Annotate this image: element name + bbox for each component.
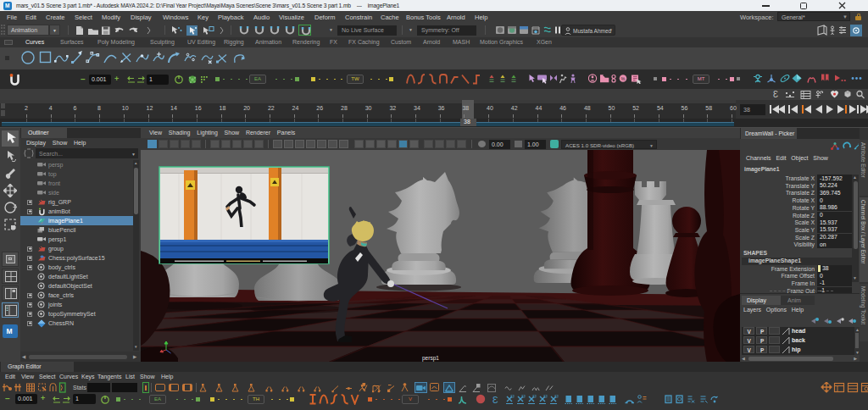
svg-text:Ɛ: Ɛ xyxy=(492,395,498,405)
svg-text:%: % xyxy=(620,76,625,81)
svg-text:Ɛ: Ɛ xyxy=(773,90,778,99)
